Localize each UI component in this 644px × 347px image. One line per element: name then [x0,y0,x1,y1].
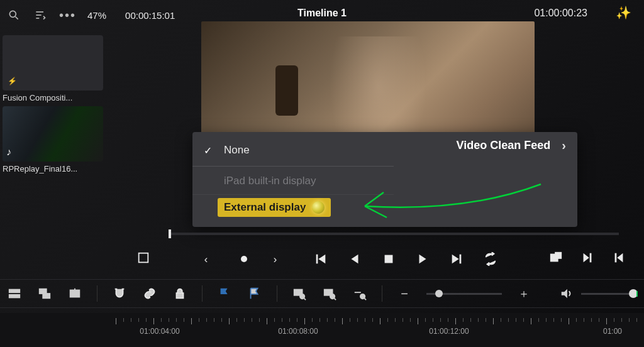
ruler-tick [312,318,313,322]
highlight-callout: External display [218,198,331,217]
clip-label: RPReplay_Final16... [3,164,103,174]
next-angle-icon[interactable]: › [269,250,287,268]
zoom-slider-knob[interactable] [435,290,443,297]
play-icon[interactable] [414,250,431,268]
ruler-tick [289,318,290,322]
clip-thumbnail: ♪ [3,106,103,162]
custom-zoom-icon[interactable] [352,285,368,302]
ruler-tick [153,318,154,324]
insert-clip-icon[interactable] [67,285,83,302]
menu-item-none[interactable]: ✓ None [192,137,394,163]
ruler-tick [199,318,199,322]
viewer-content-placeholder [275,65,298,116]
svg-line-37 [334,298,336,300]
flag-outline-icon[interactable] [247,285,263,302]
svg-rect-21 [9,290,20,293]
safe-area-icon[interactable] [135,249,152,267]
ruler-tick [304,318,305,324]
ruler-tick [621,318,622,322]
record-icon[interactable] [235,250,253,268]
checkmark-icon: ✓ [204,145,212,157]
svg-marker-10 [352,255,358,264]
zoom-slider-plus-icon[interactable]: ＋ [516,285,532,302]
go-last-frame-icon[interactable] [448,250,465,268]
menu-heading-row[interactable]: Video Clean Feed › [457,138,566,153]
transport-playback-group [312,250,499,268]
ruler-tick [365,318,365,322]
toolbar-divider [382,285,382,302]
prev-clip-icon[interactable] [610,249,628,267]
svg-point-0 [9,11,16,17]
ruler-tick [282,318,282,322]
ruler-tick [191,318,192,324]
menu-body: ✓ None iPad built-in display External di… [192,132,394,227]
match-frame-icon[interactable] [547,249,565,267]
ruler-tick [327,318,328,322]
detail-zoom-icon[interactable] [321,285,338,302]
ruler-tick [606,318,607,324]
ruler-tick [350,318,350,322]
play-reverse-icon[interactable] [346,250,364,268]
svg-line-1 [16,17,18,19]
scrub-playhead[interactable] [169,229,171,238]
zoom-slider-minus-icon[interactable]: − [396,285,413,302]
zoom-slider[interactable] [426,293,502,295]
snap-magnet-icon[interactable] [111,285,128,302]
svg-rect-24 [43,294,50,298]
ruler-tick [229,318,230,324]
transport-inout-group: ‹ › [201,250,287,268]
svg-rect-22 [9,295,20,298]
timeline-view-icon[interactable] [6,285,23,302]
svg-marker-41 [562,289,567,299]
ruler-tick [116,318,116,324]
ruler-tick [531,318,531,324]
svg-marker-8 [318,255,325,264]
topbar-left-group: ••• 47% 00:00:15:01 [6,8,175,23]
ai-tools-icon[interactable]: ✨ [616,5,631,20]
record-timecode[interactable]: 01:00:00:23 [534,8,587,19]
media-pool-strip: ⚡ Fusion Compositi... ♪ RPReplay_Final16… [0,35,107,174]
clip-item[interactable]: ⚡ Fusion Compositi... [3,35,103,102]
ruler-label: 01:00:04:00 [140,327,179,336]
svg-line-32 [304,298,306,300]
transport-controls-row: ‹ › [113,233,644,273]
source-timecode[interactable]: 00:00:15:01 [125,10,175,21]
go-first-frame-icon[interactable] [312,250,330,268]
ruler-tick [236,318,237,322]
svg-rect-16 [555,253,561,258]
ruler-tick [395,318,396,322]
sort-icon[interactable] [33,8,48,23]
viewer-scrub-bar[interactable] [169,233,619,235]
prev-angle-icon[interactable]: ‹ [201,250,219,268]
menu-heading: Video Clean Feed [457,139,551,152]
stop-icon[interactable] [380,250,397,268]
ruler-tick [455,318,456,324]
next-clip-icon[interactable] [579,249,596,267]
link-icon[interactable] [142,285,158,302]
loop-icon[interactable] [482,250,499,268]
viewer-zoom-percent[interactable]: 47% [87,10,106,21]
speaker-icon[interactable] [558,285,575,302]
svg-text:›: › [274,253,277,265]
menu-item-external-display[interactable]: External display [192,194,394,222]
ruler-tick [387,318,388,322]
ruler-tick [433,318,433,322]
ruler-tick [161,318,162,322]
timeline-title[interactable]: Timeline 1 [297,8,347,19]
ruler-tick [440,318,441,322]
timeline-ruler[interactable]: 01:00:04:00 01:00:08:00 01:00:12:00 01:0… [0,313,644,347]
ruler-tick [274,318,275,322]
flag-filled-icon[interactable] [216,285,233,302]
volume-slider[interactable] [581,293,638,295]
search-icon[interactable] [6,8,21,23]
ruler-tick [357,318,358,322]
more-options-icon[interactable]: ••• [59,8,76,23]
stacked-timeline-icon[interactable] [36,285,53,302]
zoom-to-fit-icon[interactable] [291,285,308,302]
clip-item[interactable]: ♪ RPReplay_Final16... [3,106,103,174]
ruler-label: 01:00:12:00 [429,327,469,336]
ruler-tick [410,318,411,322]
ruler-tick [576,318,577,322]
ruler-tick [591,318,592,322]
lock-icon[interactable] [172,285,188,302]
